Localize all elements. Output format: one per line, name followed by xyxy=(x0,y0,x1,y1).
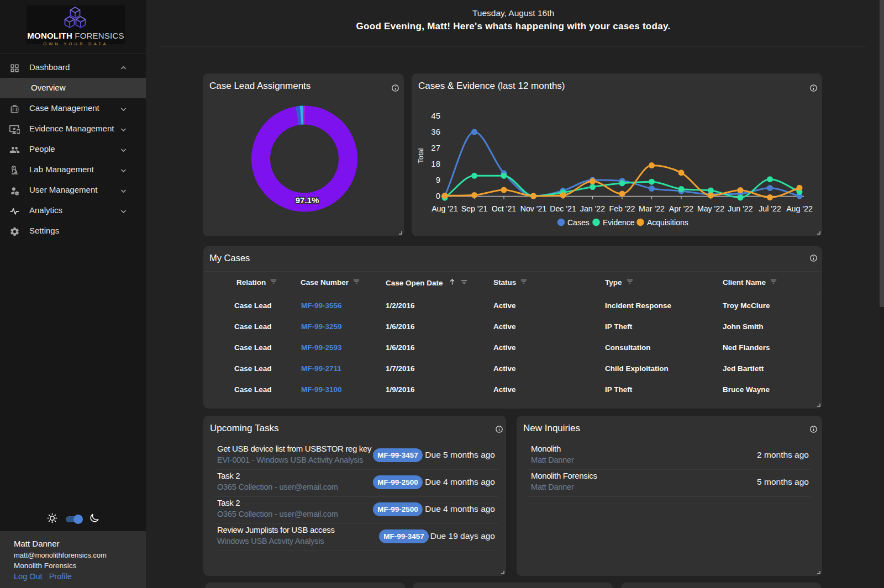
svg-text:Aug '22: Aug '22 xyxy=(786,204,813,213)
svg-text:May '22: May '22 xyxy=(697,204,724,213)
svg-text:9: 9 xyxy=(436,175,440,184)
svg-text:Total: Total xyxy=(417,148,425,163)
svg-text:36: 36 xyxy=(431,127,440,136)
svg-text:45: 45 xyxy=(431,111,440,120)
svg-text:Aug '21: Aug '21 xyxy=(432,204,458,213)
svg-text:Feb '22: Feb '22 xyxy=(609,204,635,213)
svg-text:Sep '21: Sep '21 xyxy=(461,204,488,213)
svg-text:Apr '22: Apr '22 xyxy=(669,204,694,213)
svg-text:Acquisitions: Acquisitions xyxy=(647,218,688,227)
svg-text:Nov '21: Nov '21 xyxy=(520,204,547,213)
svg-text:97.1%: 97.1% xyxy=(296,195,319,205)
svg-text:Jan '22: Jan '22 xyxy=(580,204,605,213)
svg-text:27: 27 xyxy=(431,143,440,152)
svg-text:Oct '21: Oct '21 xyxy=(492,204,517,213)
svg-text:0: 0 xyxy=(436,191,440,200)
svg-text:Jun '22: Jun '22 xyxy=(728,204,753,213)
svg-text:Evidence: Evidence xyxy=(603,218,635,227)
svg-text:Jul '22: Jul '22 xyxy=(759,204,781,213)
svg-text:Cases: Cases xyxy=(567,218,590,227)
svg-text:Mar '22: Mar '22 xyxy=(639,204,665,213)
svg-text:18: 18 xyxy=(431,159,440,168)
svg-text:Dec '21: Dec '21 xyxy=(550,204,576,213)
